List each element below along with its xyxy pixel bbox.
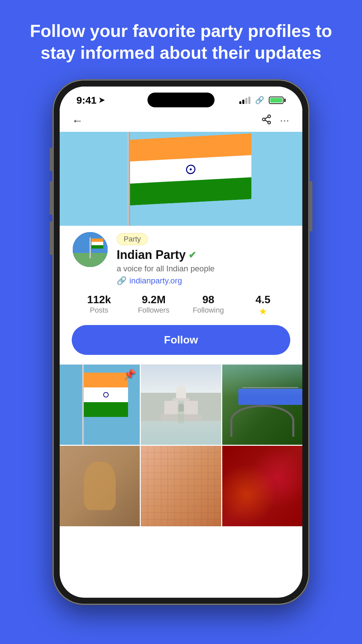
- phone-frame: 9:41 ➤ 🔗: [54, 80, 308, 604]
- grid-item[interactable]: [60, 446, 140, 526]
- profile-top: Party Indian Party ✔ a voice for all Ind…: [72, 226, 290, 285]
- volume-up-button: [50, 181, 52, 215]
- grid-item[interactable]: 📌: [60, 365, 140, 445]
- link-icon: 🔗: [117, 276, 127, 285]
- profile-name: Indian Party ✔: [117, 248, 290, 262]
- power-button: [310, 181, 312, 231]
- grid-item[interactable]: [222, 446, 302, 526]
- profile-info: Party Indian Party ✔ a voice for all Ind…: [117, 231, 290, 285]
- followers-label: Followers: [138, 306, 169, 314]
- location-arrow-icon: ➤: [99, 96, 105, 105]
- posts-grid: 📌: [60, 365, 302, 526]
- profile-link[interactable]: 🔗 indianparty.org: [117, 276, 290, 285]
- grid-item[interactable]: [141, 446, 221, 526]
- posts-label: Posts: [90, 306, 108, 314]
- dynamic-island: [147, 93, 215, 107]
- link-icon: 🔗: [255, 96, 264, 105]
- stat-posts: 112k Posts: [72, 293, 126, 317]
- following-label: Following: [193, 306, 224, 314]
- headline: Follow your favorite party profiles to s…: [0, 0, 362, 77]
- svg-line-4: [265, 117, 268, 119]
- battery-icon: [269, 97, 286, 104]
- cover-image: [60, 132, 302, 226]
- back-button[interactable]: ←: [72, 114, 83, 127]
- star-icon: ★: [259, 306, 267, 317]
- stats-row: 112k Posts 9.2M Followers 98 Following 4…: [72, 293, 290, 317]
- party-badge: Party: [117, 233, 148, 245]
- followers-count: 9.2M: [126, 293, 181, 306]
- stat-following: 98 Following: [181, 293, 236, 317]
- avatar: [72, 231, 109, 268]
- nav-icons-right: ⋯: [261, 114, 290, 127]
- rating-value: 4.5: [236, 293, 290, 306]
- status-time: 9:41 ➤: [76, 95, 105, 106]
- website-url: indianparty.org: [129, 276, 182, 285]
- time-display: 9:41: [76, 95, 97, 106]
- app-navbar: ← ⋯: [60, 109, 302, 132]
- stat-followers: 9.2M Followers: [126, 293, 181, 317]
- profile-bio: a voice for all Indian people: [117, 264, 290, 273]
- name-text: Indian Party: [117, 248, 186, 262]
- status-icons: 🔗: [239, 96, 286, 105]
- phone-screen: 9:41 ➤ 🔗: [60, 87, 302, 598]
- following-count: 98: [181, 293, 236, 306]
- volume-down-button: [50, 221, 52, 255]
- pin-icon: 📌: [124, 369, 136, 380]
- follow-button[interactable]: Follow: [72, 325, 290, 355]
- verified-icon: ✔: [188, 250, 196, 261]
- stat-rating: 4.5 ★: [236, 293, 290, 317]
- more-options-button[interactable]: ⋯: [280, 115, 290, 126]
- share-button[interactable]: [261, 114, 272, 127]
- grid-item[interactable]: [222, 365, 302, 445]
- svg-line-3: [265, 120, 268, 122]
- signal-icon: [239, 97, 250, 104]
- phone-mockup: 9:41 ➤ 🔗: [54, 80, 308, 604]
- posts-count: 112k: [72, 293, 126, 306]
- grid-item[interactable]: [141, 365, 221, 445]
- profile-section: Party Indian Party ✔ a voice for all Ind…: [60, 226, 302, 364]
